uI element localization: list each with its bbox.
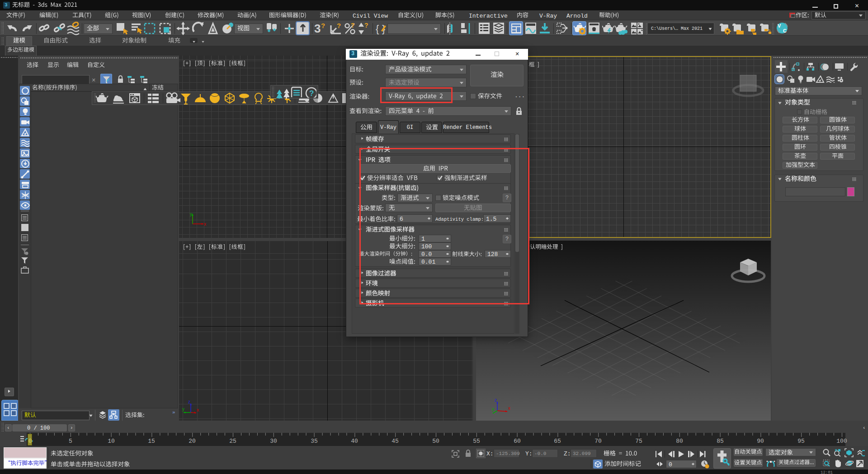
- svg-text:C: C: [783, 28, 787, 33]
- svg-text:3: 3: [314, 22, 321, 35]
- svg-text:x: x: [197, 408, 199, 412]
- svg-text:x: x: [204, 222, 206, 227]
- svg-text:z: z: [188, 399, 190, 404]
- svg-text:?: ?: [351, 22, 355, 29]
- svg-text:y: y: [182, 407, 184, 412]
- svg-text:{: {: [376, 23, 379, 34]
- svg-text:V: V: [778, 23, 781, 28]
- svg-text:?: ?: [364, 22, 368, 29]
- svg-text:y: y: [190, 212, 192, 217]
- svg-text:?: ?: [321, 22, 325, 29]
- svg-text:?: ?: [309, 89, 314, 98]
- svg-text:?: ?: [337, 23, 341, 29]
